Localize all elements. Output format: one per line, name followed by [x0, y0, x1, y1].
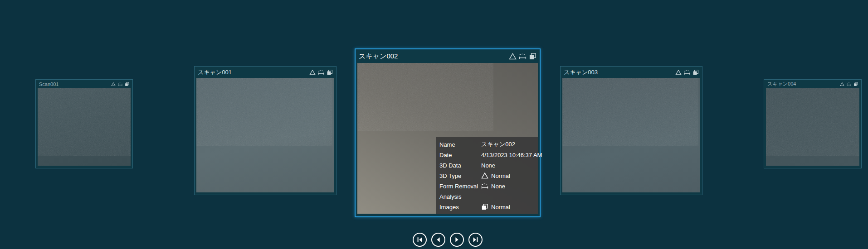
info-value: 4/13/2023 10:46:37 AM — [481, 152, 542, 158]
first-button[interactable] — [413, 233, 427, 247]
info-value: None — [481, 162, 495, 169]
scan-card-title: スキャン004 — [767, 81, 796, 87]
info-row-3d-data: 3D Data None — [439, 160, 535, 170]
scan-texture — [357, 63, 493, 131]
scan-card-scan004[interactable]: スキャン004 — [764, 79, 862, 168]
scan-carousel: Scan001 スキャン001 スキャン002 — [0, 0, 868, 249]
images-icon — [853, 82, 858, 86]
next-icon — [454, 237, 460, 243]
last-button[interactable] — [468, 233, 483, 247]
scan-card-header: Scan001 — [36, 80, 132, 88]
scan-card-header: スキャン001 — [195, 67, 336, 78]
info-label: Date — [439, 152, 481, 158]
scan-card-header: スキャン003 — [561, 67, 702, 78]
images-icon — [327, 69, 333, 76]
skip-to-first-icon — [417, 237, 423, 243]
form-removal-icon — [318, 69, 324, 76]
scan-card-status-icons — [111, 82, 129, 86]
images-icon — [125, 82, 129, 86]
info-row-3d-type: 3D Type Normal — [439, 171, 535, 181]
info-row-name: Name スキャン002 — [439, 139, 535, 149]
scan-card-scan002-selected[interactable]: スキャン002 Name スキャン002 Date 4/13/2023 10:4… — [355, 48, 541, 217]
images-icon — [692, 69, 699, 76]
scan-card-title: Scan001 — [39, 81, 59, 87]
scan-texture — [562, 78, 698, 146]
triangle-icon — [840, 82, 844, 86]
info-label: Analysis — [439, 193, 481, 200]
previous-button[interactable] — [431, 233, 445, 247]
info-value: None — [491, 183, 505, 190]
next-button[interactable] — [450, 233, 464, 247]
scan-texture — [196, 78, 332, 146]
scan-texture — [766, 88, 859, 156]
scan-texture — [38, 88, 131, 156]
scan-card-title: スキャン002 — [359, 52, 398, 61]
previous-icon — [435, 237, 441, 243]
info-label: 3D Type — [439, 172, 481, 179]
scan-card-scan001-jp[interactable]: スキャン001 — [194, 66, 336, 195]
scan-card-status-icons — [509, 53, 536, 60]
info-value: Normal — [491, 204, 510, 211]
info-row-analysis: Analysis — [439, 192, 535, 201]
triangle-icon — [675, 69, 682, 76]
scan-card-status-icons — [675, 69, 699, 76]
info-row-images: Images Normal — [439, 202, 535, 212]
carousel-nav — [413, 233, 483, 247]
info-row-date: Date 4/13/2023 10:46:37 AM — [439, 150, 535, 160]
info-value: スキャン002 — [481, 140, 515, 148]
form-removal-icon — [481, 182, 491, 190]
scan-thumbnail[interactable] — [562, 78, 700, 192]
scan-card-header: スキャン004 — [764, 80, 861, 88]
info-value: Normal — [491, 172, 510, 179]
triangle-icon — [481, 172, 491, 179]
scan-card-title: スキャン003 — [564, 68, 598, 77]
info-row-form-removal: Form Removal None — [439, 181, 535, 191]
scan-thumbnail[interactable] — [766, 88, 859, 166]
info-label: 3D Data — [439, 162, 481, 169]
scan-thumbnail[interactable] — [38, 88, 131, 166]
scan-info-panel: Name スキャン002 Date 4/13/2023 10:46:37 AM … — [436, 137, 538, 214]
triangle-icon — [509, 53, 517, 60]
scan-card-scan001[interactable]: Scan001 — [35, 79, 133, 168]
skip-to-last-icon — [473, 237, 478, 243]
scan-thumbnail[interactable] — [196, 78, 334, 192]
form-removal-icon — [847, 82, 851, 86]
images-icon — [481, 203, 491, 211]
form-removal-icon — [519, 53, 527, 60]
form-removal-icon — [118, 82, 122, 86]
info-label: Name — [439, 141, 481, 148]
triangle-icon — [309, 69, 316, 76]
scan-card-header: スキャン002 — [356, 49, 540, 63]
info-label: Form Removal — [439, 183, 481, 190]
triangle-icon — [111, 82, 116, 86]
scan-card-title: スキャン001 — [198, 68, 232, 77]
form-removal-icon — [684, 69, 690, 76]
scan-card-status-icons — [840, 82, 858, 86]
images-icon — [529, 53, 536, 60]
info-label: Images — [439, 204, 481, 211]
scan-card-scan003[interactable]: スキャン003 — [560, 66, 702, 195]
scan-card-status-icons — [309, 69, 333, 76]
